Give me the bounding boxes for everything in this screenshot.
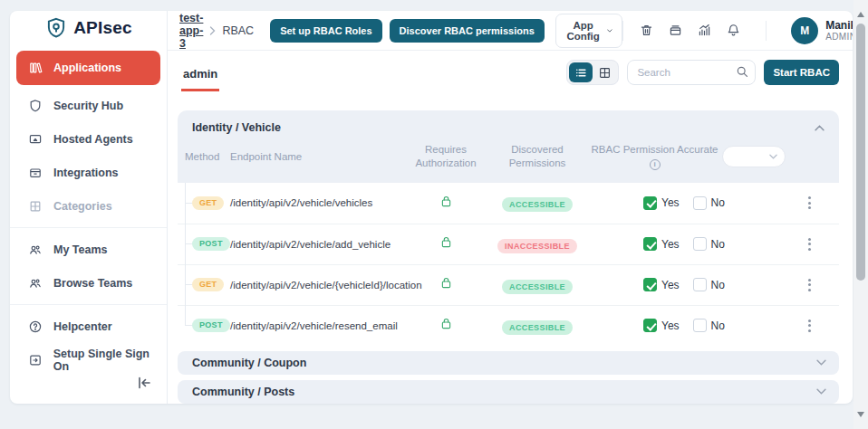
yes-checkbox[interactable] <box>643 319 657 332</box>
list-view-icon <box>575 67 587 79</box>
collapse-section-button[interactable] <box>815 125 825 131</box>
app-config-label: App Config <box>565 20 602 42</box>
no-checkbox[interactable] <box>693 278 707 291</box>
lock-icon <box>439 275 453 294</box>
sidebar-nav: ApplicationsSecurity HubHosted AgentsInt… <box>10 45 167 377</box>
sidebar-item-my-teams[interactable]: My Teams <box>10 233 167 266</box>
team-icon <box>28 276 43 291</box>
kebab-menu-icon[interactable] <box>805 316 815 336</box>
section-community-posts[interactable]: Community / Posts <box>178 380 839 404</box>
chevron-up-icon <box>815 125 825 131</box>
section-title: Community / Coupon <box>192 357 306 369</box>
kebab-menu-icon[interactable] <box>805 234 815 254</box>
section-community-coupon[interactable]: Community / Coupon <box>178 351 839 375</box>
divider <box>622 21 623 41</box>
no-label: No <box>711 196 725 209</box>
yes-checkbox[interactable] <box>643 237 657 251</box>
scrollbar-thumb[interactable] <box>856 24 865 281</box>
endpoint-name: /identity/api/v2/vehicle/resend_email <box>230 320 408 331</box>
method-badge: GET <box>192 278 224 291</box>
info-icon[interactable]: i <box>650 159 661 170</box>
app-config-dropdown[interactable]: App Config <box>555 14 622 48</box>
sidebar-item-label: Categories <box>53 200 112 213</box>
page-scrollbar[interactable] <box>854 0 868 429</box>
divider <box>766 21 767 41</box>
grid-view-button[interactable] <box>593 62 616 82</box>
breadcrumb-page: RBAC <box>222 24 254 37</box>
sidebar-item-setup-single-sign-on[interactable]: Setup Single Sign On <box>10 343 167 377</box>
help-icon <box>28 319 43 334</box>
sidebar-item-label: Applications <box>53 62 121 74</box>
sidebar-item-label: Hosted Agents <box>53 133 133 146</box>
no-checkbox[interactable] <box>693 196 707 210</box>
column-rbac-permission-accurate: RBAC Permission Accurate i <box>591 143 786 170</box>
no-checkbox[interactable] <box>693 319 707 332</box>
sidebar-item-browse-teams[interactable]: Browse Teams <box>10 266 167 300</box>
discover-rbac-permissions-button[interactable]: Discover RBAC permissions <box>390 19 545 43</box>
sidebar-item-categories[interactable]: Categories <box>10 189 167 223</box>
kebab-menu-icon[interactable] <box>805 275 815 295</box>
archive-icon[interactable] <box>668 23 683 38</box>
topbar-icons: M Manikanta ADMIN <box>622 17 853 44</box>
chevron-down-icon <box>816 359 826 366</box>
sidebar: APIsec ApplicationsSecurity HubHosted Ag… <box>10 11 168 404</box>
topbar: test-app-3 RBAC Set up RBAC Roles Discov… <box>168 11 853 51</box>
trash-icon[interactable] <box>639 23 654 38</box>
sidebar-item-helpcenter[interactable]: Helpcenter <box>10 310 167 343</box>
no-label: No <box>711 238 725 251</box>
breadcrumb: test-app-3 RBAC <box>179 12 254 50</box>
shield-icon <box>28 99 43 113</box>
yes-checkbox[interactable] <box>643 278 657 291</box>
sidebar-item-integrations[interactable]: Integrations <box>10 156 167 189</box>
sidebar-item-hosted-agents[interactable]: Hosted Agents <box>10 122 167 156</box>
tree-connector <box>185 284 192 285</box>
section-title: Identity / Vehicle <box>192 121 281 134</box>
toolbar: Start RBAC <box>566 60 839 85</box>
sidebar-item-label: Helpcenter <box>53 320 112 333</box>
search-icon <box>736 65 748 81</box>
discovered-permission-badge: ACCESSIBLE <box>502 320 573 335</box>
table-row: GET/identity/api/v2/vehicle/vehiclesACCE… <box>178 183 839 224</box>
divider <box>10 227 167 228</box>
lock-icon <box>439 316 453 335</box>
setup-rbac-roles-button[interactable]: Set up RBAC Roles <box>270 19 381 43</box>
column-requires-authorization: Requires Authorization <box>408 143 484 170</box>
sidebar-item-security-hub[interactable]: Security Hub <box>10 89 167 122</box>
endpoint-name: /identity/api/v2/vehicle/add_vehicle <box>230 239 408 250</box>
divider <box>10 304 167 305</box>
tree-connector <box>185 325 192 326</box>
sidebar-item-label: My Teams <box>53 243 108 256</box>
app-window: APIsec ApplicationsSecurity HubHosted Ag… <box>10 11 853 404</box>
tab-bar: admin <box>178 51 839 94</box>
list-view-button[interactable] <box>569 62 593 82</box>
team-icon <box>28 243 43 257</box>
kebab-menu-icon[interactable] <box>805 193 815 213</box>
library-icon <box>28 61 43 75</box>
scroll-up-arrow-icon[interactable] <box>857 12 864 17</box>
no-checkbox[interactable] <box>693 237 707 251</box>
discovered-permission-badge: ACCESSIBLE <box>502 197 573 212</box>
user-menu: M Manikanta ADMIN <box>791 17 853 44</box>
rbac-accurate-filter-select[interactable] <box>722 146 786 167</box>
tab-admin[interactable]: admin <box>181 54 219 91</box>
collapse-left-icon <box>137 377 152 389</box>
section-title: Community / Posts <box>192 386 294 398</box>
yes-checkbox[interactable] <box>643 196 657 210</box>
notifications-icon[interactable] <box>726 23 741 38</box>
analytics-icon[interactable] <box>697 23 712 38</box>
table-rows: GET/identity/api/v2/vehicle/vehiclesACCE… <box>178 183 839 346</box>
endpoint-name: /identity/api/v2/vehicle/vehicles <box>230 197 408 208</box>
yes-label: Yes <box>661 319 680 332</box>
avatar[interactable]: M <box>791 17 818 44</box>
start-rbac-button[interactable]: Start RBAC <box>764 60 839 85</box>
apisec-shield-icon <box>44 16 68 40</box>
scroll-down-arrow-icon[interactable] <box>857 412 864 417</box>
lock-icon <box>439 234 453 253</box>
sidebar-item-applications[interactable]: Applications <box>16 51 160 85</box>
collapsed-sections: Community / CouponCommunity / Posts <box>178 351 839 404</box>
method-badge: POST <box>192 319 230 332</box>
search <box>627 60 756 85</box>
breadcrumb-app-link[interactable]: test-app-3 <box>179 12 203 50</box>
sidebar-collapse-button[interactable] <box>122 377 167 404</box>
section-header: Identity / Vehicle Method Endpoint Name … <box>178 110 839 183</box>
